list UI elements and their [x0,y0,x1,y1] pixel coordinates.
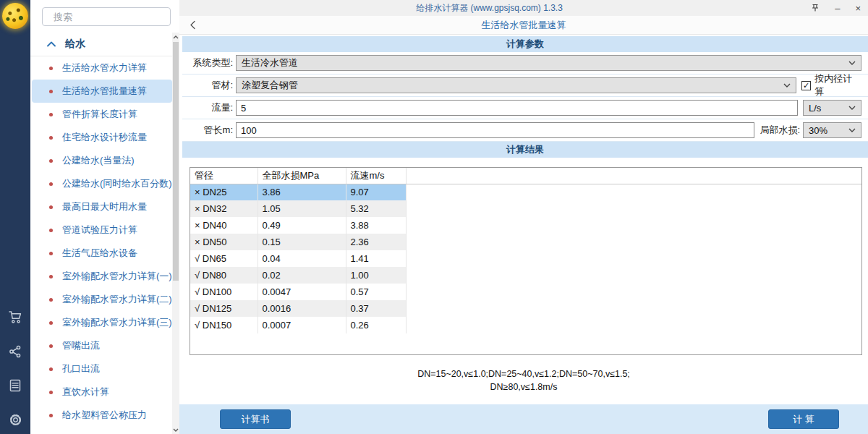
params-form: 系统类型: 生活冷水管道 管材: 涂塑复合钢管 ✓ 按内径计算 流量: [182,52,868,142]
flow-label: 流量: [182,101,233,114]
sidebar-item-8[interactable]: 生活气压给水设备 [32,242,172,265]
row-velocity: 1.00 [346,267,406,284]
table-row[interactable]: √ DN650.041.41 [190,250,861,267]
col-header-velocity[interactable]: 流速m/s [346,168,406,184]
sidebar-item-label: 直饮水计算 [62,386,109,399]
row-velocity: 1.41 [346,250,406,267]
inner-diameter-checkbox[interactable]: ✓ 按内径计算 [801,72,861,98]
sidebar-item-10[interactable]: 室外输配水管水力详算(二) [32,288,172,311]
row-dn: DN150 [203,320,231,331]
sidebar-item-label: 室外输配水管水力详算(二) [62,293,172,306]
row-dn: DN40 [203,220,226,231]
row-loss: 0.49 [258,217,346,234]
row-dn: DN80 [203,270,226,281]
pipe-length-input[interactable] [236,122,754,138]
pipe-length-row: 管长m: 局部水损: 30% [182,119,868,142]
row-mark: √ [195,303,200,314]
table-row[interactable]: × DN253.869.07 [190,184,861,200]
back-icon[interactable] [190,20,196,30]
row-mark: × [195,220,200,231]
results-header-label: 计算结果 [506,143,544,156]
document-icon[interactable] [8,378,22,393]
flow-unit-select[interactable]: L/s [803,100,861,116]
system-type-value: 生活冷水管道 [242,56,844,69]
table-row[interactable]: √ DN1000.00470.57 [190,284,861,300]
search-box[interactable] [42,7,171,26]
titlebar: 给排水计算器 (www.gpsjsq.com) 1.3.3 – × [179,0,868,16]
row-mark: √ [195,253,200,264]
pin-icon[interactable] [811,4,820,12]
row-loss: 0.0007 [258,317,346,333]
sidebar-item-label: 管件折算长度计算 [62,108,137,121]
sidebar-item-3[interactable]: 住宅给水设计秒流量 [32,126,172,149]
chevron-down-icon [783,83,791,88]
menu-section-label: 给水 [65,38,85,51]
local-loss-select[interactable]: 30% [803,122,861,138]
flow-input[interactable] [236,100,798,116]
report-button[interactable]: 计算书 [220,409,291,429]
sidebar-item-15[interactable]: 给水塑料管公称压力 [32,404,172,427]
table-row[interactable]: √ DN800.021.00 [190,267,861,284]
row-dn: DN32 [203,203,226,214]
calculate-button[interactable]: 计 算 [768,409,839,429]
row-loss: 0.0016 [258,300,346,317]
search-input[interactable] [54,12,181,22]
sidebar-item-2[interactable]: 管件折算长度计算 [32,103,172,126]
row-loss: 0.15 [258,234,346,250]
sidebar-item-14[interactable]: 直饮水计算 [32,380,172,404]
table-row[interactable]: √ DN1250.00160.37 [190,300,861,317]
sidebar-item-11[interactable]: 室外输配水管水力详算(三) [32,311,172,334]
share-icon[interactable] [8,344,22,359]
col-header-dn[interactable]: 管径 [190,168,258,184]
sidebar: 给水 生活给水管水力详算 生活给水管批量速算 管件折算长度计算 住宅给水设计秒流… [30,0,179,434]
sidebar-item-12[interactable]: 管嘴出流 [32,334,172,357]
bullet-icon [49,414,53,417]
material-value: 涂塑复合钢管 [242,79,779,92]
inner-diameter-label: 按内径计算 [814,72,861,98]
row-loss: 0.04 [258,250,346,267]
close-icon[interactable]: × [855,4,861,13]
minimize-icon[interactable]: – [835,4,840,13]
sidebar-scrollbar [172,33,179,434]
params-section-bar: 计算参数 [182,36,868,52]
row-loss: 0.02 [258,267,346,284]
sidebar-menu: 给水 生活给水管水力详算 生活给水管批量速算 管件折算长度计算 住宅给水设计秒流… [30,33,172,427]
table-row[interactable]: × DN400.493.88 [190,217,861,234]
system-type-label: 系统类型: [182,56,233,69]
menu-section-water-supply[interactable]: 给水 [30,33,172,56]
sidebar-item-6[interactable]: 最高日最大时用水量 [32,195,172,218]
cart-icon[interactable] [7,309,23,325]
sidebar-item-0[interactable]: 生活给水管水力详算 [32,56,172,80]
sidebar-item-13[interactable]: 孔口出流 [32,357,172,380]
sidebar-item-7[interactable]: 管道试验压力计算 [32,218,172,242]
sidebar-item-9[interactable]: 室外输配水管水力详算(一) [32,265,172,288]
row-mark: √ [195,286,200,297]
table-row[interactable]: × DN500.152.36 [190,234,861,250]
row-mark: × [195,203,200,214]
material-select[interactable]: 涂塑复合钢管 [236,77,796,93]
chevron-down-icon [848,106,856,110]
gear-icon[interactable] [8,412,23,427]
row-velocity: 2.36 [346,234,406,250]
sidebar-item-label: 公建给水(当量法) [62,154,135,167]
sidebar-item-5[interactable]: 公建给水(同时给水百分数) [32,172,172,195]
flow-unit-value: L/s [809,103,844,114]
bullet-icon [49,113,53,116]
col-header-loss[interactable]: 全部水损MPa [258,168,346,184]
scrollbar-thumb[interactable] [173,42,179,281]
col-header-empty [406,168,861,184]
scroll-down-icon[interactable] [172,425,179,434]
system-type-select[interactable]: 生活冷水管道 [236,55,861,71]
app-window: 给水 生活给水管水力详算 生活给水管批量速算 管件折算长度计算 住宅给水设计秒流… [0,0,868,434]
local-loss-value: 30% [809,125,844,136]
table-row[interactable]: × DN321.055.32 [190,200,861,217]
sidebar-item-4[interactable]: 公建给水(当量法) [32,149,172,172]
bullet-icon [49,252,53,255]
sidebar-item-label: 住宅给水设计秒流量 [62,131,147,144]
row-dn: DN100 [203,286,231,297]
table-row[interactable]: √ DN1500.00070.26 [190,317,861,333]
sidebar-item-1[interactable]: 生活给水管批量速算 [32,80,172,103]
row-mark: √ [195,320,200,331]
sidebar-item-label: 室外输配水管水力详算(三) [62,316,172,329]
scroll-up-icon[interactable] [172,33,179,41]
